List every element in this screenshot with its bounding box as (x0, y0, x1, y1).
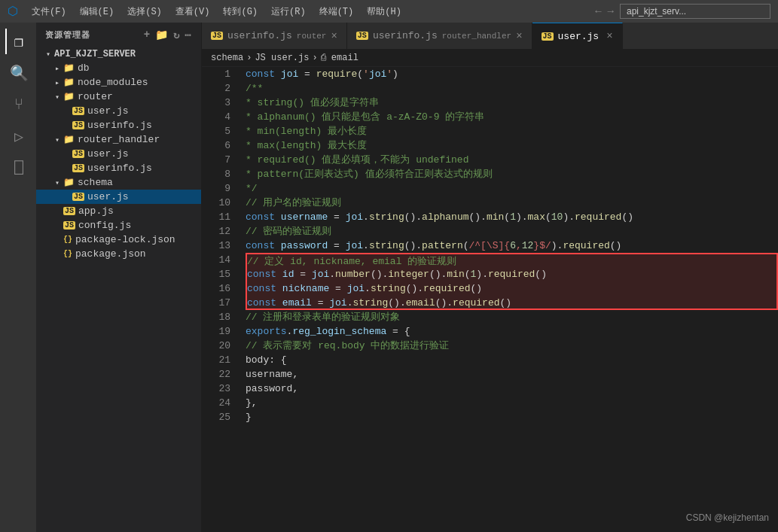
search-input[interactable] (620, 4, 770, 19)
menu-item[interactable]: 终端(T) (313, 4, 360, 20)
line-number: 1 (202, 67, 230, 81)
line-number: 25 (202, 410, 230, 424)
activity-debug[interactable]: ▷ (5, 123, 31, 149)
code-line: // 密码的验证规则 (246, 224, 778, 239)
tree-item-handler-userinfo[interactable]: JS userinfo.js (36, 161, 201, 175)
code-content[interactable]: const joi = require('joi')/** * string()… (240, 67, 778, 532)
tree-item-handler-user[interactable]: JS user.js (36, 147, 201, 161)
line-number: 5 (202, 124, 230, 138)
json-file-icon: {} (63, 250, 72, 258)
activity-search[interactable]: 🔍 (5, 60, 31, 86)
tab-userinfo-handler[interactable]: JS userinfo.js router_handler × (347, 23, 532, 49)
breadcrumb-file: JS user.js (255, 53, 309, 63)
menu-bar[interactable]: 文件(F)编辑(E)选择(S)查看(V)转到(G)运行(R)终端(T)帮助(H) (26, 4, 407, 20)
line-number: 21 (202, 353, 230, 367)
close-icon[interactable]: × (606, 30, 612, 42)
close-icon[interactable]: × (516, 30, 522, 42)
vscode-icon: ⬡ (8, 4, 18, 19)
line-number: 2 (202, 81, 230, 96)
tree-item-router_handler[interactable]: ▾ 📁 router_handler (36, 132, 201, 147)
code-line: const email = joi.string().email().requi… (246, 296, 778, 310)
code-line: body: { (246, 353, 778, 367)
tab-js-icon: JS (211, 32, 223, 40)
code-line: const username = joi.string().alphanum()… (246, 210, 778, 224)
tree-label: router_handler (78, 134, 160, 145)
tree-label: router (78, 91, 113, 102)
menu-item[interactable]: 转到(G) (217, 4, 264, 20)
folder-icon: 📁 (63, 62, 75, 74)
activity-explorer[interactable]: ❐ (5, 29, 31, 54)
code-line: * max(length) 最大长度 (246, 138, 778, 153)
activity-source-control[interactable]: ⑂ (5, 92, 31, 117)
watermark: CSDN @kejizhentan (686, 512, 769, 523)
tree-label: package.json (75, 248, 146, 260)
line-number: 18 (202, 310, 230, 324)
activity-extensions[interactable]: ⎕ (5, 155, 31, 181)
sidebar-header: 资源管理器 + 📁 ↻ ⋯ (36, 23, 201, 47)
tabs-bar: JS userinfo.js router × JS userinfo.js r… (202, 23, 778, 49)
menu-item[interactable]: 选择(S) (121, 4, 168, 20)
refresh-icon[interactable]: ↻ (173, 29, 180, 41)
menu-item[interactable]: 帮助(H) (361, 4, 407, 20)
tree-item-router-userinfo[interactable]: JS userinfo.js (36, 118, 201, 132)
tree-item-schema[interactable]: ▾ 📁 schema (36, 175, 201, 190)
breadcrumb-symbol: ⎙ email (321, 53, 358, 63)
activity-bar: ❐ 🔍 ⑂ ▷ ⎕ (0, 23, 36, 532)
tab-userinfo-router[interactable]: JS userinfo.js router × (202, 23, 347, 49)
tab-js-icon: JS (542, 32, 554, 41)
code-line: const password = joi.string().pattern(/^… (246, 239, 778, 253)
back-arrow[interactable]: ← (595, 5, 601, 17)
js-file-icon: JS (72, 193, 84, 201)
tree-label: package-lock.json (75, 234, 175, 245)
code-line: username, (246, 367, 778, 382)
line-number: 4 (202, 110, 230, 124)
menu-item[interactable]: 编辑(E) (74, 4, 121, 20)
menu-item[interactable]: 查看(V) (169, 4, 216, 20)
editor-area: JS userinfo.js router × JS userinfo.js r… (202, 23, 778, 532)
folder-icon: 📁 (63, 134, 75, 145)
js-file-icon: JS (63, 221, 75, 230)
code-line: */ (246, 181, 778, 196)
tree-item-schema-user[interactable]: JS user.js (36, 190, 201, 204)
code-line: // 定义 id, nickname, emial 的验证规则 (246, 253, 778, 267)
tree-item-node_modules[interactable]: ▸ 📁 node_modules (36, 75, 201, 90)
tree-label: db (78, 62, 90, 74)
line-number: 15 (202, 267, 230, 281)
tree-item-package-lock[interactable]: {} package-lock.json (36, 233, 201, 247)
code-line: * pattern(正则表达式) 值必须符合正则表达式的规则 (246, 167, 778, 181)
js-file-icon: JS (72, 121, 84, 129)
tree-item-router-user[interactable]: JS user.js (36, 104, 201, 118)
tree-arrow: ▸ (51, 64, 63, 73)
tab-label: userinfo.js (227, 30, 292, 41)
tree-root[interactable]: ▾API_KJZT_SERVER (36, 47, 201, 61)
tree-item-config[interactable]: JS config.js (36, 218, 201, 233)
menu-item[interactable]: 运行(R) (265, 4, 312, 20)
tree-item-package[interactable]: {} package.json (36, 247, 201, 261)
line-number: 6 (202, 138, 230, 153)
code-line: }, (246, 396, 778, 410)
breadcrumb-schema: schema (211, 53, 243, 63)
tree-item-db[interactable]: ▸ 📁 db (36, 61, 201, 75)
new-folder-icon[interactable]: 📁 (155, 29, 169, 41)
tab-label: user.js (558, 31, 600, 42)
code-editor[interactable]: 1234567891011121314151617181920212223242… (202, 67, 778, 532)
title-bar: ⬡ 文件(F)编辑(E)选择(S)查看(V)转到(G)运行(R)终端(T)帮助(… (0, 0, 778, 23)
code-line: } (246, 410, 778, 424)
tree-label: user.js (87, 105, 129, 117)
code-line: // 表示需要对 req.body 中的数据进行验证 (246, 339, 778, 353)
tree-item-app[interactable]: JS app.js (36, 204, 201, 218)
tree-item-router[interactable]: ▾ 📁 router (36, 90, 201, 104)
code-line: password, (246, 382, 778, 396)
line-numbers: 1234567891011121314151617181920212223242… (202, 67, 240, 532)
folder-icon: 📁 (63, 91, 75, 102)
tree-label: schema (78, 177, 113, 188)
forward-arrow[interactable]: → (608, 5, 614, 17)
menu-item[interactable]: 文件(F) (26, 4, 72, 20)
new-file-icon[interactable]: + (144, 29, 151, 41)
collapse-icon[interactable]: ⋯ (185, 29, 192, 41)
close-icon[interactable]: × (331, 30, 337, 42)
tree-arrow: ▾ (51, 135, 63, 144)
tab-user-schema[interactable]: JS user.js × (532, 23, 623, 49)
code-line: const nickname = joi.string().required() (246, 281, 778, 296)
tree-arrow: ▾ (51, 178, 63, 187)
